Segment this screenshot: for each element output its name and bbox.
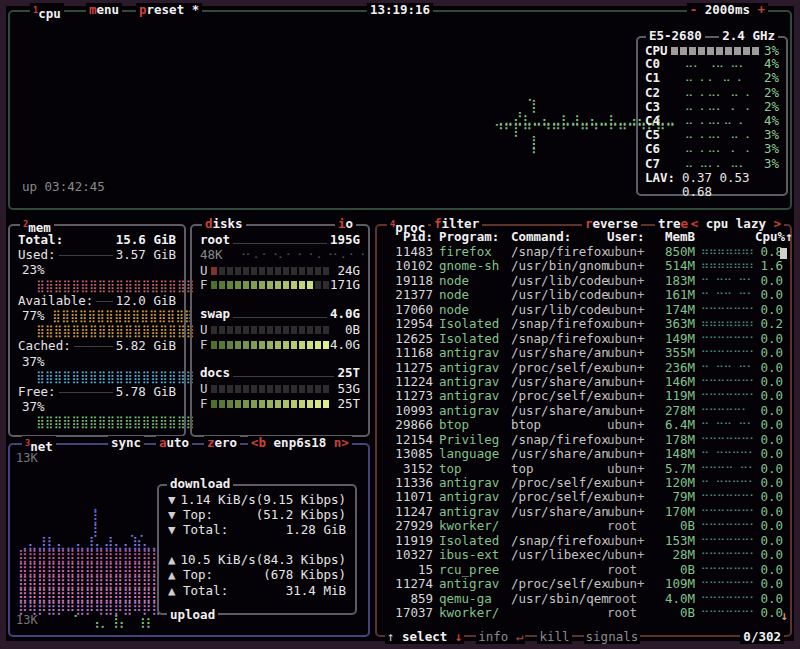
proc-row[interactable]: 11483firefox/snap/firefoxubun+850M⠶⠶⠶⠶⠶⠶…: [378, 245, 789, 259]
proc-scroll-gutter: [783, 317, 795, 331]
proc-user: ubun+: [607, 259, 653, 273]
proc-mem: 153M: [653, 534, 695, 548]
core-graph: ⠤ ⠄⠤⠄ ⠄ ⠄⠤: [685, 143, 749, 157]
disk-row: U24G: [192, 263, 368, 278]
sync-toggle[interactable]: sync: [108, 436, 144, 450]
proc-scroll-gutter: [783, 274, 795, 288]
proc-cpu: 0.0: [755, 361, 783, 375]
proc-program: Isolated: [439, 317, 511, 331]
proc-program: antigrav: [439, 346, 511, 360]
tab-cpu[interactable]: 1cpu: [30, 3, 64, 21]
proc-row[interactable]: 11224antigrav/usr/share/anubun+146M⠒⠒⠒⠒⠒…: [378, 375, 789, 389]
auto-toggle[interactable]: auto: [156, 436, 192, 450]
proc-scroll-gutter: [783, 505, 795, 519]
proc-row[interactable]: 12954Isolated/snap/firefoxubun+363M⠶⠶⠶⠶⠶…: [378, 317, 789, 331]
cpu-core-panel: E5-2680 2.4 GHz CPU3%C0⠤⠄ ⠠⠤ ⠤⠄ ⠤⠄4%C1⠤ …: [636, 36, 788, 196]
proc-header: Pid: Program: Command: User: MemB Cpu% ↑: [378, 230, 789, 244]
interval-control[interactable]: - 2000ms +: [687, 3, 768, 17]
proc-row[interactable]: 15rcu_preeroot0B⠒⠒⠒⠒⠒⠒⠂0.0: [378, 563, 789, 577]
zero-toggle[interactable]: zero: [204, 436, 240, 450]
proc-mem: 148M: [653, 447, 695, 461]
proc-command: /snap/firefox: [511, 317, 607, 331]
core-graph: ⠤ ⠄⠤⠄ ⠤ ⠄⠤⠄: [685, 129, 749, 143]
leader-line: [59, 392, 113, 400]
col-cpu[interactable]: Cpu%: [755, 230, 783, 244]
proc-row[interactable]: 3152toptopubun+5.7M⠒⠒⠒⠒ ⠒⠂0.0: [378, 462, 789, 476]
kill-button[interactable]: kill: [537, 630, 571, 644]
load-average-row: LAV:0.37 0.53 0.68: [638, 171, 786, 185]
col-program[interactable]: Program:: [439, 230, 511, 244]
proc-mem-graph: ⠒ ⠒⠒ ⠒⠂: [695, 274, 755, 288]
net-io-stats: ▼1.14 KiB/s(9.15 Kibps)▼Top:(51.2 Kibps)…: [159, 493, 355, 599]
menu-button[interactable]: menu: [86, 3, 122, 17]
label-segment: kill: [539, 629, 569, 644]
col-mem[interactable]: MemB: [653, 230, 695, 244]
proc-row[interactable]: 19118node/usr/lib/codeubun+183M⠒ ⠒⠒ ⠒⠂0.…: [378, 274, 789, 288]
proc-row[interactable]: 13085language/usr/share/anubun+148M⠒ ⠒⠒⠒…: [378, 447, 789, 461]
proc-row[interactable]: 11247antigrav/usr/share/anubun+170M⠒⠒⠒⠒⠒…: [378, 505, 789, 519]
proc-command: btop: [511, 418, 607, 432]
proc-pid: 11247: [383, 505, 439, 519]
net-io-row: ▼Total:1.28 GiB: [159, 523, 355, 538]
proc-row[interactable]: 17060node/usr/lib/codeubun+174M⠒⠒⠒⠒⠒⠒⠂0.…: [378, 303, 789, 317]
signals-button[interactable]: signals: [584, 630, 641, 644]
mem-row: Total:15.6 GiB: [10, 233, 184, 248]
proc-program: node: [439, 288, 511, 302]
proc-program: gnome-sh: [439, 259, 511, 273]
proc-cpu: 0.0: [755, 418, 783, 432]
proc-row[interactable]: 29866btopbtopubun+6.4M⠒ ⠒⠒ ⠒⠂0.0: [378, 418, 789, 432]
proc-row[interactable]: 17037kworker/root0B⠒⠒⠒⠒⠒⠒⠂0.0: [378, 606, 789, 620]
proc-program: antigrav: [439, 577, 511, 591]
proc-mem-graph: ⠒⠒⠒⠒⠒⠒⠂: [695, 534, 755, 548]
disk-meter-value: 24G: [329, 264, 361, 278]
io-toggle[interactable]: io: [335, 217, 356, 231]
proc-row[interactable]: 11071antigrav/proc/self/exubun+79M⠒⠒⠒⠒⠒⠒…: [378, 490, 789, 504]
info-button[interactable]: info ↵: [476, 630, 525, 644]
label-segment: ↓: [447, 629, 462, 644]
col-command[interactable]: Command:: [511, 230, 607, 244]
tab-disks[interactable]: disks: [202, 217, 246, 231]
proc-row[interactable]: 12154Privileg/snap/firefoxubun+178M⠒⠒⠒⠒⠒…: [378, 433, 789, 447]
disk-meter: [211, 396, 329, 408]
disk-meter-value: 0B: [329, 323, 361, 337]
proc-command: /snap/firefox: [511, 433, 607, 447]
scroll-down-icon[interactable]: ↓: [780, 609, 788, 623]
proc-row[interactable]: 27929kworker/root0B⠒⠒⠒⠒⠒⠒⠂0.0: [378, 519, 789, 533]
mem-row: Cached:5.82 GiB: [10, 339, 184, 354]
proc-row[interactable]: 11919Isolated/snap/firefoxubun+153M⠒⠒⠒⠒⠒…: [378, 534, 789, 548]
proc-row[interactable]: 859qemu-ga/usr/sbin/qemroot4.0M⠒⠒⠒⠒⠒⠒⠂0.…: [378, 592, 789, 606]
proc-row[interactable]: 10993antigrav/usr/share/anubun+278M⠒⠒⠒⠒⠒…: [378, 404, 789, 418]
lav-value: 0.37 0.53 0.68: [682, 171, 779, 200]
col-user[interactable]: User:: [607, 230, 653, 244]
proc-counter: 0/302: [740, 630, 784, 644]
proc-row[interactable]: 12625Isolated/snap/firefoxubun+149M⠒⠒⠒⠒⠒…: [378, 332, 789, 346]
core-graph: ⠤⠄ ⠠⠤ ⠤⠄ ⠤⠄: [685, 58, 749, 72]
proc-row[interactable]: 11275antigrav/proc/self/exubun+236M⠒ ⠒⠒ …: [378, 361, 789, 375]
proc-row[interactable]: 11274antigrav/proc/self/exubun+109M⠒⠒⠒⠒⠒…: [378, 577, 789, 591]
proc-row[interactable]: 11168antigrav/usr/share/anubun+355M⠒⠒⠒⠒⠒…: [378, 346, 789, 360]
scroll-up-icon[interactable]: ↑: [783, 230, 795, 244]
proc-scrollbar-thumb[interactable]: [780, 248, 787, 259]
proc-user: ubun+: [607, 490, 653, 504]
proc-row[interactable]: 21377node/usr/lib/codeubun+161M⠒ ⠒⠒ ⠒⠂0.…: [378, 288, 789, 302]
proc-row[interactable]: 11336antigrav/proc/self/exubun+120M⠒ ⠒⠒⠒…: [378, 476, 789, 490]
proc-cpu: 1.6: [755, 259, 783, 273]
proc-cpu: 0.8: [755, 245, 783, 259]
proc-program: ibus-ext: [439, 548, 511, 562]
net-interface-switcher[interactable]: <b enp6s18 n>: [248, 436, 352, 450]
proc-user: ubun+: [607, 534, 653, 548]
proc-command: /usr/lib/code: [511, 303, 607, 317]
proc-mem-graph: ⠒⠒⠒⠒⠒⠒⠂: [695, 577, 755, 591]
proc-row[interactable]: 11273antigrav/proc/self/exubun+119M⠒⠒⠒⠒⠒…: [378, 389, 789, 403]
proc-row[interactable]: 10102gnome-sh/usr/bin/gnomubun+514M⠶⠶⠶⠶⠶…: [378, 259, 789, 273]
preset-button[interactable]: preset *: [136, 3, 202, 17]
proc-row[interactable]: 10327ibus-ext/usr/libexec/ubun+28M⠒⠒⠒⠒⠒⠒…: [378, 548, 789, 562]
cpu-core-row: C7⠤ ⠤⠄⠄ ⠤⠄ ⠄⠤3%: [638, 157, 786, 171]
label-segment: uto: [167, 435, 190, 450]
proc-program: antigrav: [439, 389, 511, 403]
col-pid[interactable]: Pid:: [383, 230, 439, 244]
cpu-core-row: C2⠤ ⠄⠤⠄ ⠤ ⠄ ⠤2%: [638, 86, 786, 100]
proc-command: /usr/share/an: [511, 375, 607, 389]
select-control[interactable]: ↑ select ↓: [385, 630, 464, 644]
proc-mem: 79M: [653, 490, 695, 504]
